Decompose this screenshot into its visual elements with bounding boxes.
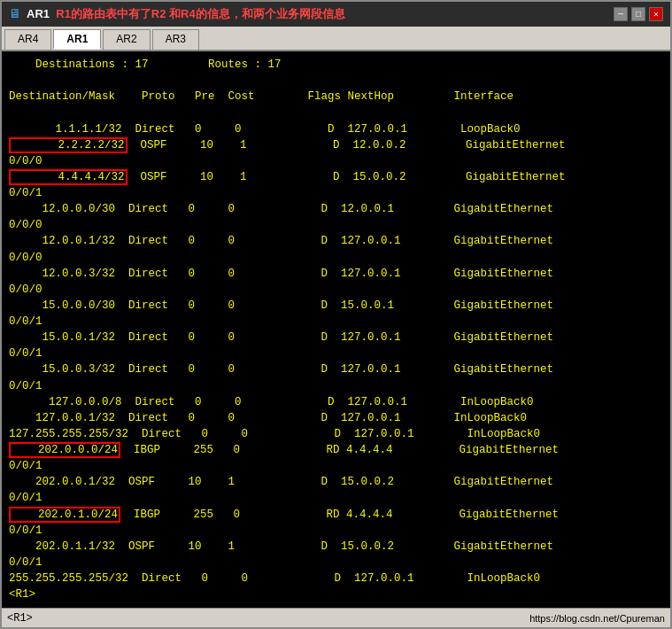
route-row: 1.1.1.1/32 Direct 0 0 D 127.0.0.1 LoopBa… [9, 121, 663, 137]
summary-line: Destinations : 17 Routes : 17 [9, 57, 663, 73]
status-link[interactable]: https://blog.csdn.net/Cpureman [529, 613, 665, 624]
routes-container: 1.1.1.1/32 Direct 0 0 D 127.0.0.1 LoopBa… [9, 121, 663, 587]
route-row: 15.0.0.3/32 Direct 0 0 D 127.0.0.1 Gigab… [9, 361, 663, 377]
blank-line [9, 73, 663, 89]
route-row: 255.255.255.255/32 Direct 0 0 D 127.0.0.… [9, 571, 663, 586]
tab-ar1[interactable]: AR1 [53, 29, 101, 50]
title-controls: ─ □ ✕ [614, 7, 663, 21]
route-row: 127.0.0.1/32 Direct 0 0 D 127.0.0.1 InLo… [9, 410, 663, 426]
route-iface-continuation: 0/0/1 [9, 555, 663, 571]
tab-ar2[interactable]: AR2 [103, 29, 150, 50]
route-row: 127.255.255.255/32 Direct 0 0 D 127.0.0.… [9, 426, 663, 442]
minimize-button[interactable]: ─ [614, 7, 628, 21]
close-button[interactable]: ✕ [649, 7, 663, 21]
route-row: 202.0.0.0/24 IBGP 255 0 RD 4.4.4.4 Gigab… [9, 442, 663, 458]
prompt-line: <R1> [9, 586, 663, 602]
tab-ar3[interactable]: AR3 [152, 29, 199, 50]
route-iface-continuation: 0/0/1 [9, 314, 663, 330]
header-line: Destination/Mask Proto Pre Cost Flags Ne… [9, 89, 663, 105]
route-row: 202.0.0.1/32 OSPF 10 1 D 15.0.0.2 Gigabi… [9, 474, 663, 490]
route-row: 2.2.2.2/32 OSPF 10 1 D 12.0.0.2 GigabitE… [9, 137, 663, 153]
title-msg: R1的路由表中有了R2 和R4的信息，和两个业务网段信息 [56, 7, 344, 20]
route-iface-continuation: 0/0/1 [9, 346, 663, 361]
title-ar1: AR1 [27, 7, 50, 20]
highlighted-dest: 2.2.2.2/32 [9, 137, 127, 153]
maximize-button[interactable]: □ [631, 7, 645, 21]
app-icon: 🖥 [9, 7, 21, 21]
main-window: 🖥 AR1 R1的路由表中有了R2 和R4的信息，和两个业务网段信息 ─ □ ✕… [0, 0, 672, 629]
terminal[interactable]: Destinations : 17 Routes : 17 Destinatio… [2, 51, 670, 608]
tab-ar4[interactable]: AR4 [4, 29, 51, 50]
route-row: 127.0.0.0/8 Direct 0 0 D 127.0.0.1 InLoo… [9, 394, 663, 410]
route-row: 12.0.0.3/32 Direct 0 0 D 127.0.0.1 Gigab… [9, 266, 663, 282]
route-row: 4.4.4.4/32 OSPF 10 1 D 15.0.0.2 GigabitE… [9, 169, 663, 185]
route-iface-continuation: 0/0/1 [9, 523, 663, 539]
route-iface-continuation: 0/0/0 [9, 282, 663, 298]
route-iface-continuation: 0/0/0 [9, 250, 663, 266]
title-text: AR1 R1的路由表中有了R2 和R4的信息，和两个业务网段信息 [27, 6, 345, 22]
route-row: 12.0.0.1/32 Direct 0 0 D 127.0.0.1 Gigab… [9, 233, 663, 249]
route-iface-continuation: 0/0/1 [9, 378, 663, 394]
title-left: 🖥 AR1 R1的路由表中有了R2 和R4的信息，和两个业务网段信息 [9, 6, 345, 22]
tab-bar: AR4 AR1 AR2 AR3 [2, 27, 670, 51]
highlighted-dest: 202.0.0.0/24 [9, 442, 120, 458]
title-bar: 🖥 AR1 R1的路由表中有了R2 和R4的信息，和两个业务网段信息 ─ □ ✕ [2, 2, 670, 27]
route-row: 202.0.1.1/32 OSPF 10 1 D 15.0.0.2 Gigabi… [9, 539, 663, 555]
route-row: 12.0.0.0/30 Direct 0 0 D 12.0.0.1 Gigabi… [9, 201, 663, 217]
route-iface-continuation: 0/0/1 [9, 458, 663, 474]
route-row: 15.0.0.1/32 Direct 0 0 D 127.0.0.1 Gigab… [9, 330, 663, 346]
route-iface-continuation: 0/0/1 [9, 490, 663, 506]
highlighted-dest: 4.4.4.4/32 [9, 169, 127, 185]
route-iface-continuation: 0/0/1 [9, 185, 663, 201]
status-bar: <R1> https://blog.csdn.net/Cpureman [2, 608, 670, 627]
route-iface-continuation: 0/0/0 [9, 217, 663, 233]
blank-line2 [9, 105, 663, 120]
route-row: 202.0.1.0/24 IBGP 255 0 RD 4.4.4.4 Gigab… [9, 507, 663, 523]
route-iface-continuation: 0/0/0 [9, 153, 663, 169]
status-prompt: <R1> [7, 612, 33, 625]
highlighted-dest: 202.0.1.0/24 [9, 507, 120, 523]
route-row: 15.0.0.0/30 Direct 0 0 D 15.0.0.1 Gigabi… [9, 298, 663, 314]
